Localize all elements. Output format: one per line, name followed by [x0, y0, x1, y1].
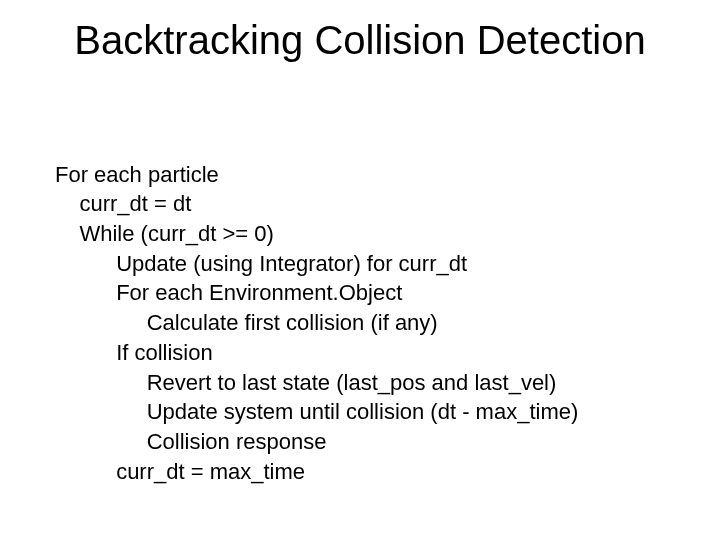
slide: Backtracking Collision Detection For eac…	[0, 0, 720, 540]
code-line: Calculate first collision (if any)	[147, 310, 438, 335]
code-line: For each particle	[55, 162, 219, 187]
code-line: curr_dt = dt	[79, 191, 191, 216]
pseudocode-block: For each particle curr_dt = dt While (cu…	[55, 130, 578, 486]
code-line: Update system until collision (dt - max_…	[147, 399, 579, 424]
code-line: Update (using Integrator) for curr_dt	[116, 251, 467, 276]
slide-title: Backtracking Collision Detection	[0, 18, 720, 63]
code-line: If collision	[116, 340, 213, 365]
code-line: Revert to last state (last_pos and last_…	[147, 370, 557, 395]
code-line: For each Environment.Object	[116, 280, 402, 305]
code-line: Collision response	[147, 429, 327, 454]
code-line: While (curr_dt >= 0)	[79, 221, 273, 246]
code-line: curr_dt = max_time	[116, 459, 305, 484]
